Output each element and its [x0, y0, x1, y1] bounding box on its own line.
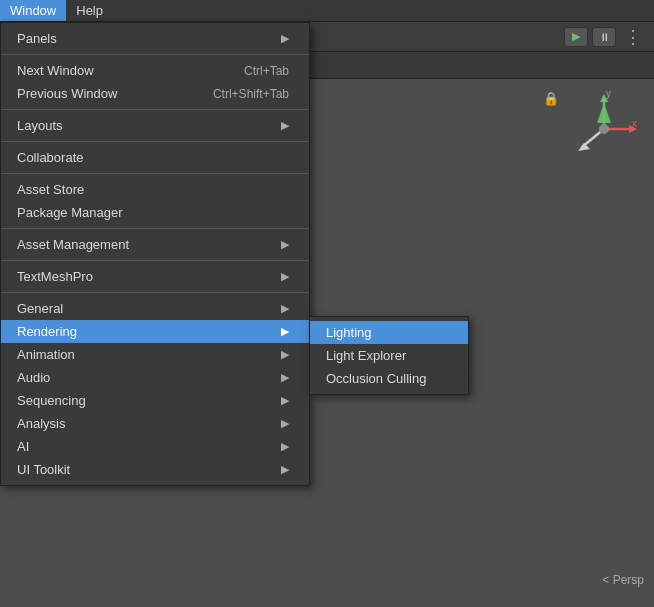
animation-label: Animation [17, 347, 75, 362]
collaborate-label: Collaborate [17, 150, 84, 165]
menu-next-window[interactable]: Next Window Ctrl+Tab [1, 59, 309, 82]
sep7 [1, 292, 309, 293]
panels-arrow: ▶ [281, 32, 289, 45]
svg-text:x: x [632, 118, 637, 129]
menu-general[interactable]: General ▶ [1, 297, 309, 320]
light-explorer-label: Light Explorer [326, 348, 406, 363]
window-menu-dropdown: Panels ▶ Next Window Ctrl+Tab Previous W… [0, 22, 310, 486]
menu-asset-management[interactable]: Asset Management ▶ [1, 233, 309, 256]
menu-animation[interactable]: Animation ▶ [1, 343, 309, 366]
play-button[interactable]: ▶ [564, 27, 588, 47]
occlusion-culling-label: Occlusion Culling [326, 371, 426, 386]
svg-point-35 [599, 124, 609, 134]
rendering-submenu: Lighting Light Explorer Occlusion Cullin… [309, 316, 469, 395]
menu-item-help[interactable]: Help [66, 0, 113, 21]
asset-management-arrow: ▶ [281, 238, 289, 251]
layouts-arrow: ▶ [281, 119, 289, 132]
menu-panels[interactable]: Panels ▶ [1, 27, 309, 50]
ai-label: AI [17, 439, 29, 454]
textmeshpro-label: TextMeshPro [17, 269, 93, 284]
submenu-lighting[interactable]: Lighting [310, 321, 468, 344]
menu-ui-toolkit[interactable]: UI Toolkit ▶ [1, 458, 309, 481]
menu-sequencing[interactable]: Sequencing ▶ [1, 389, 309, 412]
panels-label: Panels [17, 31, 57, 46]
sep5 [1, 228, 309, 229]
general-arrow: ▶ [281, 302, 289, 315]
layouts-label: Layouts [17, 118, 63, 133]
textmeshpro-arrow: ▶ [281, 270, 289, 283]
rendering-arrow: ▶ [281, 325, 289, 338]
submenu-light-explorer[interactable]: Light Explorer [310, 344, 468, 367]
sep4 [1, 173, 309, 174]
menu-textmeshpro[interactable]: TextMeshPro ▶ [1, 265, 309, 288]
asset-store-label: Asset Store [17, 182, 84, 197]
package-manager-label: Package Manager [17, 205, 123, 220]
sequencing-label: Sequencing [17, 393, 86, 408]
menu-package-manager[interactable]: Package Manager [1, 201, 309, 224]
asset-management-label: Asset Management [17, 237, 129, 252]
svg-marker-34 [597, 103, 611, 123]
sep1 [1, 54, 309, 55]
ui-toolkit-arrow: ▶ [281, 463, 289, 476]
menu-layouts[interactable]: Layouts ▶ [1, 114, 309, 137]
svg-text:y: y [606, 89, 611, 99]
menu-ai[interactable]: AI ▶ [1, 435, 309, 458]
menu-rendering[interactable]: Rendering ▶ Lighting Light Explorer Occl… [1, 320, 309, 343]
menu-previous-window[interactable]: Previous Window Ctrl+Shift+Tab [1, 82, 309, 105]
menu-bar: Window Help [0, 0, 654, 22]
previous-window-label: Previous Window [17, 86, 117, 101]
menu-audio[interactable]: Audio ▶ [1, 366, 309, 389]
sep3 [1, 141, 309, 142]
svg-marker-32 [578, 143, 590, 151]
menu-asset-store[interactable]: Asset Store [1, 178, 309, 201]
ui-toolkit-label: UI Toolkit [17, 462, 70, 477]
next-window-shortcut: Ctrl+Tab [244, 64, 289, 78]
persp-label: < Persp [602, 573, 644, 587]
menu-item-window[interactable]: Window [0, 0, 66, 21]
scene-gizmo: y x [564, 89, 644, 169]
analysis-label: Analysis [17, 416, 65, 431]
lock-icon[interactable]: 🔒 [543, 91, 559, 106]
animation-arrow: ▶ [281, 348, 289, 361]
sep6 [1, 260, 309, 261]
sequencing-arrow: ▶ [281, 394, 289, 407]
analysis-arrow: ▶ [281, 417, 289, 430]
audio-label: Audio [17, 370, 50, 385]
audio-arrow: ▶ [281, 371, 289, 384]
rendering-label: Rendering [17, 324, 77, 339]
lighting-label: Lighting [326, 325, 372, 340]
window-main-menu: Panels ▶ Next Window Ctrl+Tab Previous W… [0, 22, 310, 486]
sep2 [1, 109, 309, 110]
more-options-button[interactable]: ⋮ [620, 26, 646, 48]
previous-window-shortcut: Ctrl+Shift+Tab [213, 87, 289, 101]
menu-analysis[interactable]: Analysis ▶ [1, 412, 309, 435]
pause-button[interactable]: ⏸ [592, 27, 616, 47]
general-label: General [17, 301, 63, 316]
ai-arrow: ▶ [281, 440, 289, 453]
submenu-occlusion-culling[interactable]: Occlusion Culling [310, 367, 468, 390]
menu-collaborate[interactable]: Collaborate [1, 146, 309, 169]
next-window-label: Next Window [17, 63, 94, 78]
